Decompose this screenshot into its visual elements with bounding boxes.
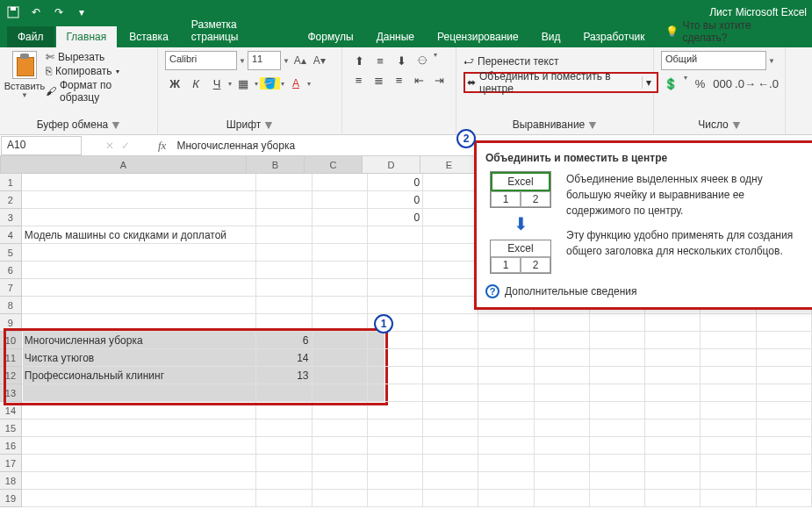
align-middle-icon[interactable]: ≡: [370, 51, 390, 70]
cell[interactable]: [423, 314, 478, 332]
font-size-combo[interactable]: 11: [248, 51, 281, 70]
cell[interactable]: [423, 174, 478, 191]
tab-page-layout[interactable]: Разметка страницы: [181, 14, 296, 47]
percent-icon[interactable]: %: [691, 74, 710, 93]
merge-center-button[interactable]: ⬌ Объединить и поместить в центре ▾: [463, 72, 658, 93]
col-header-D[interactable]: D: [363, 156, 420, 174]
italic-button[interactable]: К: [186, 74, 205, 93]
cell[interactable]: [478, 332, 534, 349]
cell[interactable]: [757, 367, 812, 384]
dialog-launcher-icon[interactable]: ⯆: [264, 120, 273, 130]
cell[interactable]: [22, 472, 256, 490]
cell[interactable]: 0: [368, 191, 423, 209]
cell[interactable]: [313, 244, 368, 262]
cell[interactable]: [423, 384, 478, 402]
cell[interactable]: [313, 191, 368, 209]
cell[interactable]: [423, 402, 478, 419]
cell[interactable]: [22, 455, 256, 472]
cell[interactable]: [645, 332, 701, 349]
cell[interactable]: [590, 472, 645, 490]
cell[interactable]: [645, 384, 701, 402]
tab-insert[interactable]: Вставка: [119, 26, 179, 47]
cell[interactable]: [590, 314, 645, 332]
cell[interactable]: [645, 367, 701, 384]
row-header[interactable]: 4: [0, 226, 22, 244]
cell[interactable]: [757, 437, 812, 455]
tab-file[interactable]: Файл: [7, 26, 54, 47]
cell[interactable]: [478, 349, 534, 367]
cell[interactable]: [313, 490, 368, 507]
cell[interactable]: [423, 437, 478, 455]
cell[interactable]: [423, 209, 478, 226]
decrease-indent-icon[interactable]: ⇤: [410, 70, 428, 90]
cell[interactable]: [313, 455, 368, 472]
cell[interactable]: 13: [256, 367, 312, 384]
cell[interactable]: 0: [368, 209, 423, 226]
cell[interactable]: [256, 384, 312, 402]
cell[interactable]: [22, 490, 256, 507]
tooltip-help-link[interactable]: ? Дополнительные сведения: [485, 284, 805, 298]
dialog-launcher-icon[interactable]: ⯆: [111, 120, 120, 130]
cell[interactable]: [22, 419, 256, 437]
cell[interactable]: [313, 419, 368, 437]
cell[interactable]: [313, 384, 368, 402]
cell[interactable]: [535, 332, 590, 349]
cell[interactable]: [22, 297, 256, 314]
row-header[interactable]: 18: [0, 472, 22, 490]
cell[interactable]: [757, 490, 812, 507]
cell[interactable]: [368, 349, 423, 367]
row-header[interactable]: 6: [0, 262, 22, 279]
cell[interactable]: [701, 332, 756, 349]
cell[interactable]: [256, 279, 312, 297]
cell[interactable]: [645, 455, 701, 472]
cell[interactable]: [590, 490, 645, 507]
cell[interactable]: [368, 402, 423, 419]
copy-button[interactable]: ⎘Копировать▾: [46, 65, 150, 77]
number-format-combo[interactable]: Общий: [661, 51, 766, 70]
tab-view[interactable]: Вид: [531, 26, 571, 47]
cell[interactable]: [368, 367, 423, 384]
row-header[interactable]: 5: [0, 244, 22, 262]
border-button[interactable]: ▦: [234, 74, 253, 93]
dialog-launcher-icon[interactable]: ⯆: [732, 120, 741, 130]
align-right-icon[interactable]: ≡: [390, 70, 408, 90]
cell[interactable]: [423, 472, 478, 490]
cell[interactable]: [535, 367, 590, 384]
cell[interactable]: [368, 262, 423, 279]
cell[interactable]: [313, 174, 368, 191]
comma-icon[interactable]: 000: [713, 74, 732, 93]
cell[interactable]: [368, 437, 423, 455]
cell[interactable]: [701, 490, 756, 507]
col-header-A[interactable]: A: [1, 156, 247, 174]
cell[interactable]: [757, 314, 812, 332]
cell[interactable]: [256, 226, 312, 244]
cell[interactable]: [256, 209, 312, 226]
decrease-decimal-icon[interactable]: ←.0: [758, 74, 778, 93]
cell[interactable]: [535, 419, 590, 437]
cell[interactable]: [368, 226, 423, 244]
cell[interactable]: 6: [256, 332, 312, 349]
cut-button[interactable]: ✄Вырезать: [46, 51, 150, 63]
cell[interactable]: [757, 472, 812, 490]
col-header-B[interactable]: B: [247, 156, 305, 174]
cell[interactable]: [423, 332, 478, 349]
cell[interactable]: [645, 472, 701, 490]
tab-data[interactable]: Данные: [366, 26, 425, 47]
row-header[interactable]: 8: [0, 297, 22, 314]
cell[interactable]: [478, 490, 534, 507]
cell[interactable]: [22, 384, 256, 402]
cell[interactable]: [701, 419, 756, 437]
cell[interactable]: [701, 349, 756, 367]
cell[interactable]: [645, 437, 701, 455]
cell[interactable]: [256, 244, 312, 262]
increase-indent-icon[interactable]: ⇥: [430, 70, 449, 90]
cell[interactable]: Многочисленная уборка: [22, 332, 256, 349]
enter-formula-icon[interactable]: ✓: [121, 140, 130, 152]
font-color-button[interactable]: A: [286, 74, 305, 93]
cell[interactable]: [368, 279, 423, 297]
cell[interactable]: [423, 262, 478, 279]
row-header[interactable]: 19: [0, 490, 22, 507]
cell[interactable]: [701, 402, 756, 419]
cell[interactable]: Чистка утюгов: [22, 349, 256, 367]
cell[interactable]: [423, 349, 478, 367]
